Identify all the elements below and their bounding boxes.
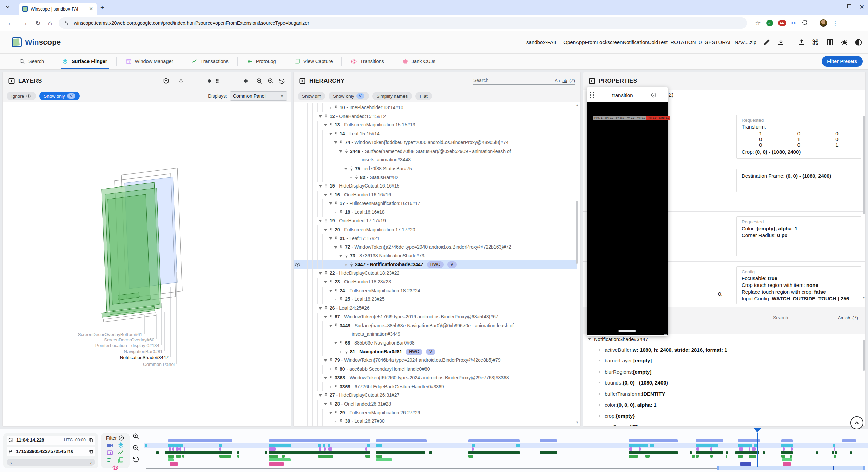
trace-entry-bar[interactable] [692, 455, 695, 458]
trace-entry-bar[interactable] [219, 444, 222, 447]
trace-entry-bar[interactable] [328, 444, 330, 447]
trace-entry-bar[interactable] [319, 447, 321, 451]
pin-icon[interactable] [339, 244, 344, 250]
pin-icon[interactable] [344, 349, 349, 354]
curr-properties-scrollbar[interactable] [863, 340, 865, 371]
tree-row[interactable]: 29- FullscreenMagnification:26:27#29 [294, 409, 577, 417]
extension-media-icon[interactable]: ▶▶ [778, 20, 786, 26]
trace-entry-bar[interactable] [834, 447, 835, 451]
pin-icon[interactable] [334, 131, 339, 136]
tree-row[interactable]: 75- ed70f88 StatusBar#75 [294, 164, 577, 173]
filter-viewcapture-icon[interactable] [117, 457, 124, 464]
timeline-track-screen-recording[interactable] [144, 439, 866, 442]
trace-entry-bar[interactable] [179, 447, 181, 451]
tree-row[interactable]: 10- ImePlaceholder:13:14#10 [294, 103, 577, 112]
tree-row[interactable]: 22- HideDisplayCutout:18:23#22 [294, 269, 577, 278]
timeline-track-protolog[interactable] [144, 455, 866, 458]
tab-protolog[interactable]: ProtoLog [238, 54, 285, 69]
collapse-arrow-icon[interactable] [338, 147, 343, 156]
window-restore-button[interactable] [847, 4, 851, 8]
tree-row[interactable]: 27- HideDisplayCutout:26:31#27 [294, 391, 577, 400]
display-select[interactable]: Common Panel▼ [230, 91, 287, 101]
properties-search[interactable]: Aaab(.*) [773, 315, 858, 322]
trace-entry-bar[interactable] [168, 455, 174, 458]
tree-row[interactable]: 3447- NotificationShade#3447HWCV [294, 260, 577, 269]
trace-entry-bar[interactable] [781, 439, 793, 442]
forward-icon[interactable]: → [21, 19, 28, 27]
scroll-up-arrow[interactable]: ▲ [576, 103, 579, 107]
collapse-arrow-icon[interactable] [317, 217, 323, 225]
collapse-arrow-icon[interactable] [322, 313, 328, 321]
trace-entry-bar[interactable] [782, 458, 792, 461]
trace-entry-bar[interactable] [781, 455, 786, 458]
trace-entry-bar[interactable] [791, 447, 792, 451]
collapse-arrow-icon[interactable] [317, 304, 323, 313]
trace-entry-bar[interactable] [170, 462, 178, 466]
trace-entry-bar[interactable] [738, 455, 743, 458]
extensions-puzzle-icon[interactable] [802, 20, 808, 26]
trace-entry-bar[interactable] [156, 451, 158, 454]
pin-icon[interactable] [334, 384, 339, 389]
prev-frame-icon[interactable]: ‹ [10, 460, 12, 465]
trace-entry-bar[interactable] [168, 458, 174, 461]
trace-entry-bar[interactable] [540, 451, 557, 454]
pin-icon[interactable] [323, 393, 329, 398]
timeline-track-jank-cujs[interactable] [144, 462, 866, 466]
trace-entry-bar[interactable] [763, 451, 764, 454]
timeline-track-surface-flinger[interactable] [144, 444, 866, 447]
trace-entry-bar[interactable] [169, 447, 171, 451]
chip-show-only[interactable]: Show onlyV [329, 92, 369, 100]
trace-entry-bar[interactable] [472, 447, 474, 451]
match-word-icon[interactable]: ab [562, 78, 567, 83]
browser-tab[interactable]: Winscope | sandbox-FAI ✕ [19, 3, 97, 15]
tab-surface-flinger[interactable]: Surface Flinger [53, 54, 116, 69]
pin-icon[interactable] [329, 227, 334, 232]
property-row[interactable]: blurRegions: [empty] [583, 366, 861, 377]
tab-window-manager[interactable]: Window Manager [117, 54, 182, 69]
trace-entry-bar[interactable] [376, 451, 425, 454]
tree-row[interactable]: 23- OneHanded:18:23#23 [294, 278, 577, 287]
trace-entry-bar[interactable] [712, 444, 718, 447]
trace-entry-bar[interactable] [265, 451, 267, 454]
human-time-field[interactable]: 11:04:14.228 UTC+00:00 [7, 436, 95, 445]
address-bar[interactable]: winscope.teams.x20web.corp.google.com/pr… [59, 17, 747, 29]
home-icon[interactable]: ⌂ [48, 19, 52, 27]
pin-icon[interactable] [339, 210, 344, 215]
pin-icon[interactable] [329, 358, 334, 363]
tree-row[interactable]: 28- OneHanded:26:31#28 [294, 400, 577, 409]
tree-row[interactable]: 68- 885b63e NavigationBar0#68 [294, 339, 577, 348]
collapse-filter-icon[interactable] [118, 435, 124, 441]
trace-entry-bar[interactable] [176, 447, 179, 451]
pin-icon[interactable] [334, 201, 339, 206]
tab-search[interactable]: Search [10, 54, 53, 69]
chrome-menu-icon[interactable]: ⋮ [832, 20, 838, 27]
copy-time-icon[interactable] [88, 438, 94, 443]
tree-row[interactable]: 19- OneHanded:17:17#19 [294, 217, 577, 225]
range-handle-left[interactable] [717, 466, 719, 470]
property-row[interactable]: currFrame: 155 [583, 421, 861, 427]
trace-entry-bar[interactable] [645, 455, 650, 458]
trace-entry-bar[interactable] [629, 447, 632, 451]
trace-entry-bar[interactable] [237, 455, 239, 458]
trace-entry-bar[interactable] [629, 444, 648, 447]
trace-entry-bar[interactable] [726, 455, 727, 458]
reset-view-icon[interactable] [278, 78, 285, 85]
timeline-track-transactions[interactable] [144, 451, 866, 454]
collapse-arrow-icon[interactable] [322, 400, 328, 409]
trace-entry-bar[interactable] [696, 455, 699, 458]
trace-entry-bar[interactable] [168, 444, 183, 447]
download-trace-icon[interactable] [777, 38, 785, 46]
collapse-panel-icon[interactable] [299, 78, 306, 84]
trace-entry-bar[interactable] [696, 447, 699, 451]
tree-row[interactable]: 18- Leaf:16:16#18 [294, 208, 577, 217]
trace-entry-bar[interactable] [237, 451, 239, 454]
ns-time-field[interactable]: 1715339054227572545 ns [7, 447, 95, 456]
tree-row[interactable]: 79- WindowToken{7046b4a type=2024 androi… [294, 356, 577, 365]
collapse-arrow-icon[interactable] [333, 138, 338, 147]
resize-handle[interactable] [664, 332, 667, 335]
collapse-arrow-icon[interactable] [322, 225, 328, 234]
pin-icon[interactable] [334, 236, 339, 241]
extension-check-icon[interactable]: ✓ [766, 20, 773, 26]
trace-entry-bar[interactable] [219, 455, 231, 458]
report-bug-icon[interactable] [840, 38, 848, 46]
